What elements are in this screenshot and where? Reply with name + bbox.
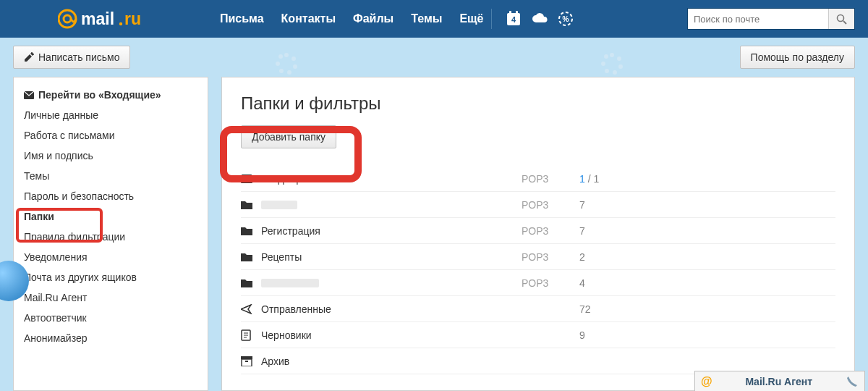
settings-sidebar: Перейти во «Входящие»Личные данныеРабота… xyxy=(13,77,208,391)
svg-point-26 xyxy=(279,69,284,73)
sidebar-item-5[interactable]: Пароль и безопасность xyxy=(14,186,208,206)
folder-row[interactable]: POP37 xyxy=(241,192,835,218)
agent-label: Mail.Ru Агент xyxy=(745,376,812,387)
edit-icon xyxy=(24,52,34,62)
sidebar-item-11[interactable]: Автоответчик xyxy=(14,308,208,328)
svg-text:mail: mail xyxy=(81,9,114,28)
folder-count: 1 / 1 xyxy=(579,173,599,185)
folder-count: 2 xyxy=(579,251,585,263)
sidebar-item-6[interactable]: Папки xyxy=(14,206,208,227)
svg-point-28 xyxy=(278,54,283,59)
folder-row[interactable]: Черновики9 xyxy=(241,322,835,348)
decorative-dots xyxy=(275,52,298,75)
sidebar-item-4[interactable]: Темы xyxy=(14,166,208,186)
add-folder-label: Добавить папку xyxy=(252,131,326,143)
folder-row[interactable]: Отправленные72 xyxy=(241,296,835,322)
folder-name xyxy=(261,201,522,209)
calendar-icon[interactable]: 4 xyxy=(505,10,522,28)
page-title: Папки и фильтры xyxy=(241,93,835,114)
folder-count: 9 xyxy=(579,329,585,341)
svg-rect-7 xyxy=(516,11,518,15)
nav-contacts[interactable]: Контакты xyxy=(278,9,339,28)
sidebar-item-2[interactable]: Работа с письмами xyxy=(14,125,208,146)
sidebar-item-label: Почта из других ящиков xyxy=(24,271,137,284)
sidebar-item-3[interactable]: Имя и подпись xyxy=(14,146,208,166)
agent-at-icon: @ xyxy=(701,375,712,388)
sidebar-item-label: Уведомления xyxy=(24,251,88,264)
nav-more[interactable]: Ещё xyxy=(456,9,486,28)
sidebar-item-12[interactable]: Анонимайзер xyxy=(14,328,208,348)
sidebar-item-0[interactable]: Перейти во «Входящие» xyxy=(14,85,208,105)
folder-protocol: POP3 xyxy=(522,277,579,289)
sidebar-item-label: Папки xyxy=(24,210,54,223)
add-folder-button[interactable]: Добавить папку xyxy=(241,125,336,148)
folder-row[interactable]: POP34 xyxy=(241,270,835,296)
sidebar-item-label: Автоответчик xyxy=(24,311,87,324)
svg-text:%: % xyxy=(562,15,569,23)
svg-point-24 xyxy=(293,64,297,69)
sidebar-item-8[interactable]: Уведомления xyxy=(14,247,208,267)
sent-icon xyxy=(241,304,255,314)
cloud-icon[interactable] xyxy=(531,10,548,28)
bonus-icon[interactable]: % xyxy=(557,10,574,28)
phone-icon[interactable] xyxy=(846,375,859,388)
folder-row[interactable]: РегистрацияPOP37 xyxy=(241,218,835,244)
folder-row[interactable]: ВходящиеPOP31 / 1 xyxy=(241,166,835,192)
folder-name xyxy=(261,279,522,287)
nav-mail[interactable]: Письма xyxy=(217,9,267,28)
search-input[interactable] xyxy=(688,14,828,25)
sidebar-item-10[interactable]: Mail.Ru Агент xyxy=(14,287,208,308)
svg-rect-21 xyxy=(245,361,248,362)
sidebar-item-label: Mail.Ru Агент xyxy=(24,291,87,304)
folder-name: Архив xyxy=(261,356,522,367)
sidebar-item-9[interactable]: Почта из других ящиков xyxy=(14,267,208,287)
help-button[interactable]: Помощь по разделу xyxy=(740,46,855,69)
draft-icon xyxy=(241,329,255,341)
sidebar-item-label: Имя и подпись xyxy=(24,149,93,162)
search-box xyxy=(687,8,855,30)
sidebar-item-label: Правила фильтрации xyxy=(24,230,125,243)
folder-icon xyxy=(241,226,255,235)
folder-protocol: POP3 xyxy=(522,199,579,211)
archive-icon xyxy=(241,356,255,366)
compose-label: Написать письмо xyxy=(38,51,119,63)
folder-list: ВходящиеPOP31 / 1POP37РегистрацияPOP37Ре… xyxy=(241,166,835,374)
sidebar-item-1[interactable]: Личные данные xyxy=(14,105,208,125)
main-nav: Письма Контакты Файлы Темы Ещё xyxy=(217,9,487,28)
folder-icon xyxy=(241,252,255,261)
svg-point-35 xyxy=(604,54,608,59)
svg-text:ru: ru xyxy=(124,9,141,28)
inbox-icon xyxy=(241,175,255,183)
folder-protocol: POP3 xyxy=(522,251,579,263)
nav-themes[interactable]: Темы xyxy=(408,9,445,28)
folder-count: 72 xyxy=(579,303,591,315)
sidebar-item-7[interactable]: Правила фильтрации xyxy=(14,227,208,247)
folder-protocol: POP3 xyxy=(522,173,579,185)
nav-files[interactable]: Файлы xyxy=(350,9,396,28)
sidebar-item-label: Личные данные xyxy=(24,109,98,122)
svg-point-31 xyxy=(618,64,623,69)
logo[interactable]: mail ru xyxy=(58,0,159,38)
svg-point-34 xyxy=(601,62,605,66)
svg-point-27 xyxy=(276,62,280,66)
svg-point-0 xyxy=(59,10,76,28)
action-row: Написать письмо Помощь по разделу xyxy=(0,38,868,77)
folder-row[interactable]: РецептыPOP32 xyxy=(241,244,835,270)
svg-point-23 xyxy=(292,56,296,61)
sidebar-item-label: Работа с письмами xyxy=(24,129,115,142)
svg-point-11 xyxy=(838,14,844,21)
folder-protocol: POP3 xyxy=(522,225,579,237)
svg-rect-20 xyxy=(242,359,252,366)
compose-button[interactable]: Написать письмо xyxy=(13,46,130,69)
decorative-dots xyxy=(600,52,624,75)
content-panel: Папки и фильтры Добавить папку ВходящиеP… xyxy=(221,77,855,391)
folder-count: 7 xyxy=(579,199,585,211)
folder-count: 7 xyxy=(579,225,585,237)
svg-point-32 xyxy=(613,70,617,75)
sidebar-item-label: Перейти во «Входящие» xyxy=(38,88,161,101)
folder-icon xyxy=(241,278,255,287)
svg-point-30 xyxy=(617,56,621,61)
search-button[interactable] xyxy=(828,9,854,29)
agent-bar[interactable]: @ Mail.Ru Агент xyxy=(694,371,865,391)
svg-line-12 xyxy=(843,21,846,24)
